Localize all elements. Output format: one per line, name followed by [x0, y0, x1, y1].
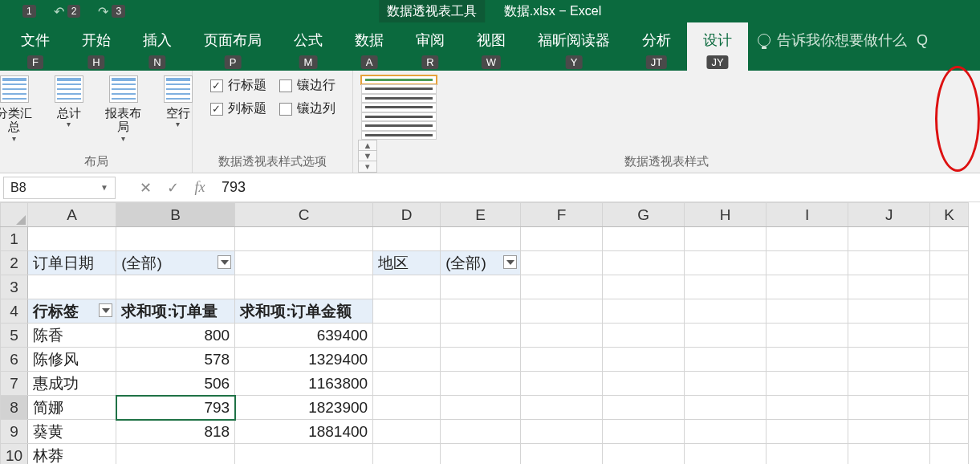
- row-header[interactable]: 1: [1, 227, 28, 251]
- redo-icon: ↷: [98, 4, 108, 19]
- cell[interactable]: 800: [116, 324, 235, 348]
- col-header[interactable]: D: [373, 203, 441, 227]
- style-thumb[interactable]: [361, 121, 437, 130]
- tab-foxit[interactable]: 福昕阅读器Y: [522, 22, 626, 71]
- row-header[interactable]: 5: [1, 324, 28, 348]
- row-headers-checkbox[interactable]: ✓行标题: [210, 77, 266, 94]
- banded-rows-checkbox[interactable]: 镶边行: [279, 77, 335, 94]
- tab-insert[interactable]: 插入N: [127, 22, 188, 71]
- group-label: 数据透视表样式选项: [193, 154, 352, 169]
- cell[interactable]: 惠成功: [28, 372, 116, 396]
- cell[interactable]: 陈香: [28, 324, 116, 348]
- banded-cols-checkbox[interactable]: 镶边列: [279, 100, 335, 117]
- cell[interactable]: [235, 444, 373, 465]
- row-header[interactable]: 9: [1, 420, 28, 444]
- col-header[interactable]: F: [521, 203, 603, 227]
- formula-input[interactable]: 793: [213, 179, 980, 196]
- active-cell[interactable]: 793: [116, 396, 235, 420]
- cell[interactable]: 818: [116, 420, 235, 444]
- accept-formula-button[interactable]: ✓: [159, 179, 186, 197]
- tab-formulas[interactable]: 公式M: [278, 22, 339, 71]
- name-box[interactable]: B8▼: [3, 177, 116, 199]
- qat-item[interactable]: 1: [22, 4, 36, 19]
- cell[interactable]: 简娜: [28, 396, 116, 420]
- cell[interactable]: 葵黄: [28, 420, 116, 444]
- qat-undo[interactable]: ↶2: [54, 4, 81, 19]
- chevron-down-icon: ▾: [12, 134, 16, 143]
- row-header[interactable]: 6: [1, 348, 28, 372]
- quick-access-toolbar: 1 ↶2 ↷3: [0, 4, 125, 19]
- style-thumb[interactable]: [361, 75, 437, 84]
- tab-analyze[interactable]: 分析JT: [626, 22, 687, 71]
- tab-file[interactable]: 文件F: [5, 22, 66, 71]
- subtotals-icon: [0, 75, 29, 103]
- worksheet-grid[interactable]: A B C D E F G H I J K 1 2 订单日期 (全部) 地区 (…: [0, 202, 980, 464]
- gallery-up-button[interactable]: ▲: [359, 140, 376, 151]
- cell[interactable]: [116, 444, 235, 465]
- style-thumb[interactable]: [361, 103, 437, 112]
- style-thumb[interactable]: [361, 94, 437, 103]
- cell[interactable]: 陈修风: [28, 348, 116, 372]
- cell[interactable]: 求和项:订单量: [116, 299, 235, 324]
- contextual-tool-label: 数据透视表工具: [379, 0, 485, 23]
- title-center: 数据透视表工具 数据.xlsx − Excel: [379, 0, 601, 23]
- cell[interactable]: 求和项:订单金额: [235, 299, 373, 324]
- row-header[interactable]: 10: [1, 444, 28, 465]
- col-header[interactable]: C: [235, 203, 373, 227]
- tab-page-layout[interactable]: 页面布局P: [188, 22, 278, 71]
- row-header[interactable]: 7: [1, 372, 28, 396]
- column-headers: A B C D E F G H I J K: [1, 203, 969, 227]
- col-header[interactable]: H: [685, 203, 767, 227]
- col-header[interactable]: E: [441, 203, 521, 227]
- cell[interactable]: 578: [116, 348, 235, 372]
- row-header[interactable]: 3: [1, 275, 28, 299]
- cancel-formula-button[interactable]: ✕: [132, 179, 159, 197]
- cell[interactable]: 地区: [373, 251, 441, 275]
- col-header[interactable]: B: [116, 203, 235, 227]
- tell-me[interactable]: 告诉我你想要做什么 Q: [748, 22, 937, 50]
- row-header[interactable]: 8: [1, 396, 28, 420]
- group-label: 数据透视表样式: [353, 154, 980, 169]
- tab-data[interactable]: 数据A: [339, 22, 400, 71]
- qat-redo[interactable]: ↷3: [98, 4, 125, 19]
- cell[interactable]: 1163800: [235, 372, 373, 396]
- fx-button[interactable]: fx: [186, 179, 213, 196]
- report-layout-button[interactable]: 报表布局▾: [102, 75, 145, 143]
- style-thumb[interactable]: [361, 112, 437, 121]
- tab-home[interactable]: 开始H: [66, 22, 127, 71]
- cell[interactable]: 订单日期: [28, 251, 116, 275]
- col-header[interactable]: A: [28, 203, 116, 227]
- chevron-down-icon: ▾: [176, 120, 180, 128]
- cell[interactable]: 1881400: [235, 420, 373, 444]
- workbook-title: 数据.xlsx − Excel: [504, 3, 601, 20]
- cell[interactable]: 1823900: [235, 396, 373, 420]
- grand-totals-button[interactable]: 总计▾: [47, 75, 91, 143]
- group-pivot-styles: ▲ ▼ ▾ 数据透视表样式: [353, 71, 980, 173]
- group-style-options: ✓行标题 镶边行 ✓列标题 镶边列 数据透视表样式选项: [193, 71, 353, 173]
- cell[interactable]: (全部): [441, 251, 521, 275]
- filter-dropdown[interactable]: [99, 303, 112, 317]
- col-header[interactable]: I: [767, 203, 848, 227]
- row-header[interactable]: 4: [1, 299, 28, 324]
- cell[interactable]: 行标签: [28, 299, 116, 324]
- style-thumb[interactable]: [361, 131, 437, 140]
- style-thumb[interactable]: [361, 84, 437, 93]
- col-header[interactable]: J: [848, 203, 930, 227]
- cell[interactable]: 639400: [235, 324, 373, 348]
- ribbon-tabs: 文件F 开始H 插入N 页面布局P 公式M 数据A 审阅R 视图W 福昕阅读器Y…: [0, 22, 980, 71]
- cell[interactable]: 1329400: [235, 348, 373, 372]
- cell[interactable]: (全部): [116, 251, 235, 275]
- col-header[interactable]: G: [603, 203, 685, 227]
- tab-design[interactable]: 设计JY: [687, 22, 748, 71]
- filter-dropdown[interactable]: [218, 255, 231, 269]
- col-headers-checkbox[interactable]: ✓列标题: [210, 100, 266, 117]
- col-header[interactable]: K: [930, 203, 969, 227]
- select-all-corner[interactable]: [1, 203, 28, 227]
- tab-view[interactable]: 视图W: [461, 22, 522, 71]
- row-header[interactable]: 2: [1, 251, 28, 275]
- tab-review[interactable]: 审阅R: [400, 22, 461, 71]
- cell[interactable]: 506: [116, 372, 235, 396]
- cell[interactable]: 林莽: [28, 444, 116, 465]
- subtotals-button[interactable]: 分类汇总▾: [0, 75, 36, 143]
- filter-dropdown[interactable]: [503, 255, 517, 269]
